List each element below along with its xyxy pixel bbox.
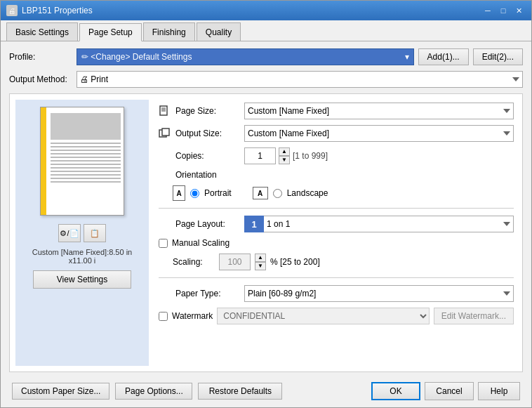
scaling-input: [219, 254, 251, 270]
manual-scaling-checkbox[interactable]: [159, 239, 168, 248]
page-layout-label: Page Layout:: [175, 219, 239, 229]
scaling-row: Scaling: ▲ ▼ % [25 to 200]: [159, 254, 514, 270]
bottom-left-buttons: Custom Paper Size... Page Options... Res…: [12, 383, 282, 400]
dialog-content: Profile: ✏ <Change> Default Settings ▾ A…: [1, 41, 531, 407]
scaling-decrement[interactable]: ▼: [255, 262, 266, 270]
copies-decrement[interactable]: ▼: [279, 156, 290, 164]
output-size-row: Output Size: Custom [Name Fixed]: [159, 125, 514, 142]
page-size-icon: [159, 105, 170, 117]
orientation-section-label: Orientation: [175, 170, 239, 180]
custom-paper-size-button[interactable]: Custom Paper Size...: [12, 383, 109, 400]
title-bar-controls: ─ □ ✕: [481, 4, 526, 17]
paper-type-dropdown[interactable]: Plain [60-89 g/m2]: [244, 285, 514, 302]
portrait-icon: A: [173, 185, 185, 201]
scaling-label: Scaling:: [173, 257, 215, 267]
copies-range: [1 to 999]: [293, 151, 328, 161]
portrait-radio[interactable]: [190, 189, 199, 198]
tab-finishing[interactable]: Finishing: [143, 22, 195, 41]
cancel-button[interactable]: Cancel: [425, 382, 474, 400]
output-method-label: Output Method:: [9, 74, 72, 84]
copies-input-group: ▲ ▼ [1 to 999]: [244, 147, 328, 164]
tab-quality[interactable]: Quality: [197, 22, 241, 41]
help-button[interactable]: Help: [478, 382, 520, 400]
svg-rect-5: [162, 129, 169, 136]
copies-increment[interactable]: ▲: [279, 147, 290, 156]
output-size-label: Output Size:: [175, 129, 239, 138]
bottom-buttons: Custom Paper Size... Page Options... Res…: [9, 378, 523, 400]
scaling-spinner: ▲ ▼: [255, 254, 266, 270]
preview-header-block: [51, 113, 121, 140]
title-bar: 🖨 LBP151 Properties ─ □ ✕: [1, 1, 531, 20]
profile-label: Profile:: [9, 52, 72, 62]
orientation-options-row: A Portrait A Landscape: [159, 185, 514, 201]
copies-row: Copies: ▲ ▼ [1 to 999]: [159, 147, 514, 164]
preview-settings-btn[interactable]: ⚙/📄: [58, 224, 81, 242]
copies-label: Copies:: [175, 151, 239, 161]
profile-row: Profile: ✏ <Change> Default Settings ▾ A…: [9, 48, 523, 65]
divider-2: [159, 277, 514, 278]
output-method-row: Output Method: 🖨 Print: [9, 71, 523, 88]
output-method-dropdown[interactable]: 🖨 Print: [77, 71, 523, 88]
preview-label: Custom [Name Fixed]:8.50 in x11.00 i: [22, 248, 142, 265]
scaling-range: % [25 to 200]: [270, 257, 320, 267]
minimize-button[interactable]: ─: [481, 4, 495, 17]
landscape-radio[interactable]: [273, 189, 282, 198]
watermark-checkbox[interactable]: [159, 312, 168, 321]
output-size-dropdown[interactable]: Custom [Name Fixed]: [244, 125, 514, 142]
tabs-bar: Basic Settings Page Setup Finishing Qual…: [1, 20, 531, 41]
watermark-dropdown: CONFIDENTIAL: [217, 308, 430, 324]
main-window: 🖨 LBP151 Properties ─ □ ✕ Basic Settings…: [0, 0, 532, 408]
landscape-option[interactable]: A Landscape: [253, 187, 328, 199]
paper-type-label: Paper Type:: [175, 289, 239, 298]
watermark-row: Watermark CONFIDENTIAL Edit Watermark...: [159, 308, 514, 324]
page-layout-dropdown[interactable]: 1 on 1: [264, 216, 514, 232]
page-size-label: Page Size:: [175, 106, 239, 116]
edit-watermark-button: Edit Watermark...: [434, 308, 514, 324]
preview-lines: [51, 143, 121, 209]
divider-1: [159, 208, 514, 209]
manual-scaling-row: Manual Scaling: [159, 238, 514, 248]
close-button[interactable]: ✕: [512, 4, 526, 17]
add-button[interactable]: Add(1)...: [418, 48, 469, 65]
tab-basic-settings[interactable]: Basic Settings: [6, 22, 78, 41]
portrait-option[interactable]: A Portrait: [173, 185, 232, 201]
landscape-icon: A: [253, 187, 268, 199]
orientation-label-row: Orientation: [159, 170, 514, 180]
page-preview: [40, 107, 124, 216]
restore-defaults-button[interactable]: Restore Defaults: [198, 383, 282, 400]
preview-controls: ⚙/📄 📋: [58, 224, 106, 242]
watermark-label: Watermark: [172, 311, 213, 321]
main-area: ⚙/📄 📋 Custom [Name Fixed]:8.50 in x11.00…: [9, 93, 523, 372]
page-size-dropdown[interactable]: Custom [Name Fixed]: [244, 103, 514, 119]
preview-panel: ⚙/📄 📋 Custom [Name Fixed]:8.50 in x11.00…: [15, 100, 149, 366]
paper-type-row: Paper Type: Plain [60-89 g/m2]: [159, 285, 514, 302]
page-layout-row: Page Layout: 1 1 on 1: [159, 216, 514, 232]
profile-dropdown[interactable]: ✏ <Change> Default Settings ▾: [77, 48, 414, 65]
yellow-bar: [41, 107, 46, 215]
copies-spinner: ▲ ▼: [279, 147, 290, 164]
output-size-icon: [159, 128, 170, 139]
edit-button[interactable]: Edit(2)...: [473, 48, 523, 65]
maximize-button[interactable]: □: [496, 4, 510, 17]
window-icon: 🖨: [6, 5, 18, 16]
title-bar-left: 🖨 LBP151 Properties: [6, 5, 93, 16]
page-size-row: Page Size: Custom [Name Fixed]: [159, 103, 514, 119]
layout-icon: 1: [244, 216, 264, 232]
bottom-right-buttons: OK Cancel Help: [371, 382, 520, 400]
manual-scaling-label: Manual Scaling: [172, 238, 230, 248]
preview-page-btn[interactable]: 📋: [84, 224, 106, 242]
portrait-label: Portrait: [204, 188, 232, 198]
scaling-increment[interactable]: ▲: [255, 254, 266, 262]
copies-input[interactable]: [244, 147, 276, 164]
ok-button[interactable]: OK: [371, 382, 420, 400]
tab-page-setup[interactable]: Page Setup: [79, 23, 142, 41]
settings-panel: Page Size: Custom [Name Fixed] Output Si…: [156, 100, 517, 366]
page-options-button[interactable]: Page Options...: [115, 383, 192, 400]
landscape-label: Landscape: [287, 188, 328, 198]
profile-value: ✏ <Change> Default Settings: [81, 52, 192, 62]
view-settings-button[interactable]: View Settings: [33, 270, 131, 289]
window-title: LBP151 Properties: [22, 6, 93, 15]
